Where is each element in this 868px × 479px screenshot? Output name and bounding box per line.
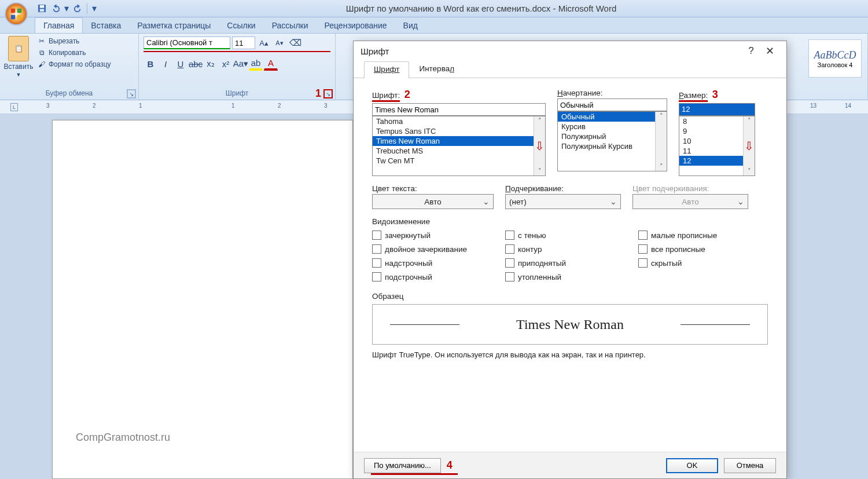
ruler-mark: 1 (231, 103, 235, 109)
size-listbox[interactable]: 8 9 10 11 12 ˄ ⇩ ˅ (679, 116, 755, 176)
font-listbox[interactable]: Tahoma Tempus Sans ITC Times New Roman T… (372, 116, 546, 176)
tab-view[interactable]: Вид (395, 18, 426, 33)
clear-format-icon[interactable]: ⌫ (288, 36, 302, 50)
format-painter-button[interactable]: 🖌Формат по образцу (35, 59, 113, 70)
close-button[interactable]: ✕ (760, 45, 779, 57)
group-clipboard-title: Буфер обмена (5, 88, 134, 98)
brush-icon: 🖌 (37, 60, 46, 69)
dtab-font[interactable]: Шрифт (364, 61, 409, 78)
chk-dstrike[interactable]: двойное зачеркивание (372, 244, 505, 254)
list-item[interactable]: Tempus Sans ITC (373, 126, 534, 136)
list-item[interactable]: 11 (679, 146, 743, 156)
list-item[interactable]: Tw Cen MT (373, 156, 534, 166)
scroll-down-icon[interactable]: ˅ (656, 162, 667, 171)
chk-super[interactable]: надстрочный (372, 258, 505, 268)
list-item[interactable]: 8 (679, 116, 743, 126)
tab-mailings[interactable]: Рассылки (264, 18, 317, 33)
document-page[interactable]: CompGramotnost.ru (52, 120, 353, 479)
underline-button[interactable]: U (174, 57, 187, 71)
scroll-down-icon[interactable]: ˅ (534, 167, 545, 175)
list-item[interactable]: 10 (679, 136, 743, 146)
ribbon-tabs: Главная Вставка Разметка страницы Ссылки… (0, 17, 868, 34)
list-item[interactable]: Полужирный (558, 131, 655, 141)
list-item[interactable]: Полужирный Курсив (558, 141, 655, 151)
tab-home[interactable]: Главная (35, 17, 83, 33)
chk-smallcaps[interactable]: малые прописные (638, 231, 754, 240)
undo-dropdown-icon[interactable]: ▾ (64, 3, 69, 14)
copy-button[interactable]: ⧉Копировать (35, 47, 113, 58)
chk-hidden[interactable]: скрытый (638, 258, 754, 268)
grow-font-icon[interactable]: A▴ (257, 36, 271, 50)
scrollbar[interactable]: ˄ ⇩ ˅ (534, 116, 545, 175)
dialog-titlebar[interactable]: Шрифт ? ✕ (354, 41, 786, 61)
help-button[interactable]: ? (742, 45, 760, 57)
change-case-button[interactable]: Aa▾ (234, 57, 248, 71)
redo-icon[interactable] (72, 3, 83, 14)
paste-button[interactable]: 📋 Вставить ▼ (5, 36, 32, 88)
list-item[interactable]: Обычный (558, 112, 655, 122)
style-heading4[interactable]: AaBbCcD Заголовок 4 (808, 39, 862, 78)
font-color-button[interactable]: A (264, 57, 278, 71)
subscript-button[interactable]: x₂ (204, 57, 218, 71)
clipboard-launcher[interactable]: ↘ (127, 89, 136, 98)
office-button[interactable] (5, 2, 28, 25)
svg-rect-5 (39, 5, 44, 8)
chk-engrave[interactable]: утопленный (505, 272, 638, 281)
highlight-button[interactable]: ab (249, 57, 263, 71)
scrollbar[interactable]: ˄ ˅ (655, 112, 667, 171)
chk-label: малые прописные (651, 231, 717, 240)
scroll-down-icon[interactable]: ˅ (744, 167, 755, 175)
scroll-up-icon[interactable]: ˄ (534, 116, 545, 125)
style-input[interactable] (557, 98, 667, 111)
font-launcher[interactable]: ↘ (323, 89, 333, 98)
chk-sub[interactable]: подстрочный (372, 272, 505, 281)
cancel-button[interactable]: Отмена (724, 458, 776, 473)
chk-outline[interactable]: контур (505, 244, 638, 254)
font-hint: Шрифт TrueType. Он используется для выво… (372, 350, 768, 359)
italic-button[interactable]: I (159, 57, 172, 71)
chk-label: двойное зачеркивание (385, 245, 467, 254)
font-color-dropdown[interactable]: Авто (372, 194, 494, 209)
size-input[interactable]: 12 (679, 103, 755, 116)
font-name-combo[interactable] (144, 36, 230, 49)
chk-strike[interactable]: зачеркнутый (372, 231, 505, 240)
chk-shadow[interactable]: с тенью (505, 231, 638, 240)
scroll-up-icon[interactable]: ˄ (656, 112, 667, 120)
chk-emboss[interactable]: приподнятый (505, 258, 638, 268)
strike-button[interactable]: abc (189, 57, 203, 71)
cut-button[interactable]: ✂Вырезать (35, 36, 113, 46)
underline-value: (нет) (509, 198, 527, 206)
ok-button[interactable]: OK (666, 458, 718, 473)
bold-button[interactable]: B (144, 57, 157, 71)
tab-references[interactable]: Ссылки (219, 18, 263, 33)
tab-selector-icon[interactable]: L (10, 103, 18, 111)
list-item[interactable]: Trebuchet MS (373, 146, 534, 156)
scrollbar[interactable]: ˄ ⇩ ˅ (743, 116, 755, 175)
dtab-spacing[interactable]: Интервал (409, 61, 464, 78)
list-item[interactable]: Курсив (558, 122, 655, 131)
tab-layout[interactable]: Разметка страницы (129, 18, 219, 33)
scroll-up-icon[interactable]: ˄ (744, 116, 755, 125)
save-icon[interactable] (36, 3, 47, 14)
font-input[interactable] (372, 103, 546, 116)
underline-dropdown[interactable]: (нет) (505, 194, 621, 209)
tab-review[interactable]: Рецензирование (317, 18, 395, 33)
superscript-button[interactable]: x² (219, 57, 233, 71)
ucolor-value: Авто (682, 198, 698, 206)
copy-icon: ⧉ (37, 48, 46, 57)
default-button[interactable]: По умолчанию... (364, 458, 441, 473)
qat-customize-icon[interactable]: ▾ (91, 3, 98, 14)
tab-insert[interactable]: Вставка (83, 18, 129, 33)
chk-allcaps[interactable]: все прописные (638, 244, 754, 254)
ruler-mark: 2 (93, 103, 96, 109)
list-item[interactable]: 9 (679, 126, 743, 136)
font-size-combo[interactable] (232, 36, 255, 49)
shrink-font-icon[interactable]: A▾ (273, 36, 286, 50)
list-item[interactable]: Times New Roman (373, 136, 534, 146)
undo-icon[interactable] (50, 3, 61, 14)
style-listbox[interactable]: Обычный Курсив Полужирный Полужирный Кур… (557, 111, 667, 171)
list-item[interactable]: Tahoma (373, 116, 534, 126)
svg-rect-3 (17, 15, 21, 19)
list-item[interactable]: 12 (679, 156, 743, 166)
preview-frame: Times New Roman (372, 304, 768, 345)
